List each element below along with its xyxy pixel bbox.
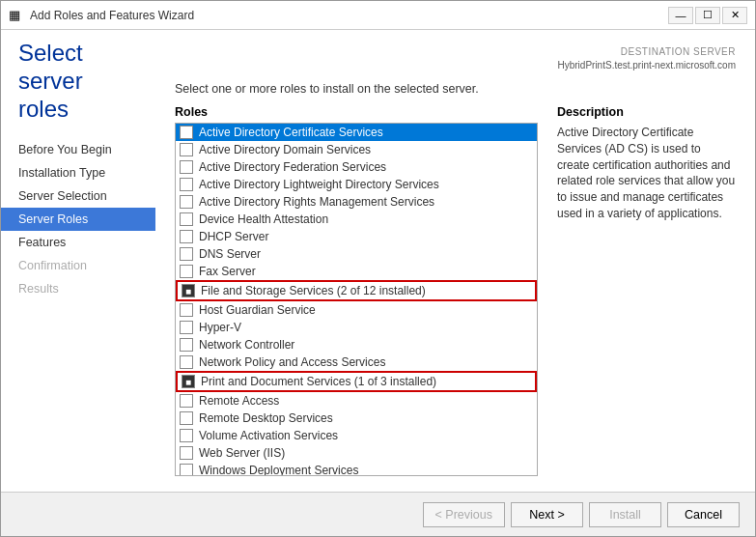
role-label: Fax Server: [199, 265, 256, 278]
checkbox-dhcp[interactable]: [180, 230, 193, 243]
checkbox-volume-activation[interactable]: [180, 429, 193, 442]
role-label: Host Guardian Service: [199, 303, 316, 317]
checkbox-ad-cert[interactable]: [180, 126, 193, 139]
checkbox-dns[interactable]: [180, 247, 193, 261]
close-button[interactable]: ✕: [722, 7, 747, 24]
sidebar-item-before-you-begin[interactable]: Before You Begin: [1, 138, 155, 161]
roles-area: Roles Active Directory Certificate Servi…: [175, 105, 736, 476]
destination-server-info: DESTINATION SERVER HybridPrintS.test.pri…: [175, 45, 736, 72]
role-label: Volume Activation Services: [199, 429, 338, 442]
list-item-print-doc[interactable]: ■ Print and Document Services (1 of 3 in…: [176, 371, 537, 392]
list-item[interactable]: Network Controller: [176, 336, 537, 353]
list-item[interactable]: Windows Deployment Services: [176, 462, 537, 476]
list-item-file-storage[interactable]: ■ File and Storage Services (2 of 12 ins…: [176, 280, 537, 301]
instruction-text: Select one or more roles to install on t…: [175, 82, 736, 96]
list-item[interactable]: Active Directory Domain Services: [176, 141, 537, 158]
sidebar-item-results: Results: [1, 277, 155, 300]
checkbox-fax[interactable]: [180, 265, 193, 278]
checkbox-ad-domain[interactable]: [180, 143, 193, 156]
checkbox-remote-desktop[interactable]: [180, 411, 193, 425]
maximize-button[interactable]: ☐: [695, 7, 720, 24]
sidebar-item-confirmation: Confirmation: [1, 254, 155, 277]
description-panel: Description Active Directory Certificate…: [557, 105, 736, 476]
list-item[interactable]: DHCP Server: [176, 228, 537, 245]
role-label: Active Directory Domain Services: [199, 143, 371, 156]
main-content: DESTINATION SERVER HybridPrintS.test.pri…: [155, 30, 755, 492]
next-button[interactable]: Next >: [511, 502, 583, 527]
checkbox-remote-access[interactable]: [180, 394, 193, 408]
title-bar-left: ▦ Add Roles and Features Wizard: [9, 8, 194, 23]
minimize-button[interactable]: —: [668, 7, 693, 24]
sidebar-item-installation-type[interactable]: Installation Type: [1, 161, 155, 184]
roles-list: Active Directory Certificate Services Ac…: [176, 124, 537, 476]
role-label: Remote Access: [199, 394, 279, 408]
role-label: Web Server (IIS): [199, 446, 285, 460]
checkbox-windows-deployment[interactable]: [180, 464, 193, 476]
role-label: Print and Document Services (1 of 3 inst…: [201, 375, 436, 388]
list-item[interactable]: Hyper-V: [176, 319, 537, 336]
role-label: DHCP Server: [199, 230, 268, 243]
checkbox-print-doc[interactable]: ■: [182, 375, 195, 388]
description-title: Description: [557, 105, 736, 119]
window-title: Add Roles and Features Wizard: [30, 9, 194, 22]
list-item[interactable]: Active Directory Federation Services: [176, 158, 537, 176]
list-item[interactable]: Active Directory Certificate Services: [176, 124, 537, 141]
role-label: Active Directory Lightweight Directory S…: [199, 178, 439, 191]
role-label: Active Directory Certificate Services: [199, 126, 383, 139]
destination-server-name: HybridPrintS.test.print-next.microsoft.c…: [175, 59, 736, 72]
window-icon: ▦: [9, 8, 24, 23]
checkbox-hyper-v[interactable]: [180, 321, 193, 334]
sidebar-item-server-selection[interactable]: Server Selection: [1, 184, 155, 208]
list-item[interactable]: Network Policy and Access Services: [176, 353, 537, 371]
wizard-window: ▦ Add Roles and Features Wizard — ☐ ✕ Se…: [0, 0, 756, 537]
previous-button[interactable]: < Previous: [423, 502, 505, 527]
cancel-button[interactable]: Cancel: [667, 502, 740, 527]
checkbox-web-server[interactable]: [180, 446, 193, 460]
role-label: Hyper-V: [199, 321, 241, 334]
list-item[interactable]: Fax Server: [176, 263, 537, 280]
roles-list-container[interactable]: Active Directory Certificate Services Ac…: [175, 123, 538, 476]
destination-server-label: DESTINATION SERVER: [175, 45, 736, 59]
list-item[interactable]: Remote Access: [176, 392, 537, 410]
role-label: Windows Deployment Services: [199, 464, 358, 476]
list-item[interactable]: Remote Desktop Services: [176, 410, 537, 427]
sidebar-item-server-roles[interactable]: Server Roles: [1, 208, 155, 231]
title-bar: ▦ Add Roles and Features Wizard — ☐ ✕: [1, 1, 755, 30]
role-label: Remote Desktop Services: [199, 411, 333, 425]
checkbox-file-storage[interactable]: ■: [182, 284, 195, 297]
role-label: Network Controller: [199, 338, 294, 352]
checkbox-network-policy[interactable]: [180, 355, 193, 369]
list-item[interactable]: Volume Activation Services: [176, 427, 537, 444]
checkbox-ad-lightweight[interactable]: [180, 178, 193, 191]
list-item[interactable]: Device Health Attestation: [176, 211, 537, 228]
install-button[interactable]: Install: [589, 502, 661, 527]
list-item[interactable]: DNS Server: [176, 245, 537, 263]
checkbox-host-guardian[interactable]: [180, 303, 193, 317]
sidebar-item-features[interactable]: Features: [1, 231, 155, 254]
checkbox-network-controller[interactable]: [180, 338, 193, 352]
title-bar-controls: — ☐ ✕: [668, 7, 747, 24]
role-label: Network Policy and Access Services: [199, 355, 385, 369]
roles-column-label: Roles: [175, 105, 538, 119]
checkbox-ad-rights[interactable]: [180, 195, 193, 209]
role-label: Active Directory Rights Management Servi…: [199, 195, 434, 209]
role-label: Device Health Attestation: [199, 212, 328, 226]
list-item[interactable]: Active Directory Lightweight Directory S…: [176, 176, 537, 193]
roles-panel: Roles Active Directory Certificate Servi…: [175, 105, 538, 476]
description-text: Active Directory Certificate Services (A…: [557, 125, 736, 222]
page-title: Select server roles: [1, 40, 155, 138]
footer: < Previous Next > Install Cancel: [1, 492, 755, 536]
role-label: File and Storage Services (2 of 12 insta…: [201, 284, 426, 297]
list-item[interactable]: Web Server (IIS): [176, 444, 537, 462]
checkbox-ad-federation[interactable]: [180, 160, 193, 174]
list-item[interactable]: Active Directory Rights Management Servi…: [176, 193, 537, 211]
content-area: Select server roles Before You Begin Ins…: [1, 30, 755, 492]
list-item[interactable]: Host Guardian Service: [176, 301, 537, 319]
role-label: Active Directory Federation Services: [199, 160, 386, 174]
role-label: DNS Server: [199, 247, 261, 261]
checkbox-device-health[interactable]: [180, 212, 193, 226]
sidebar: Select server roles Before You Begin Ins…: [1, 30, 155, 492]
